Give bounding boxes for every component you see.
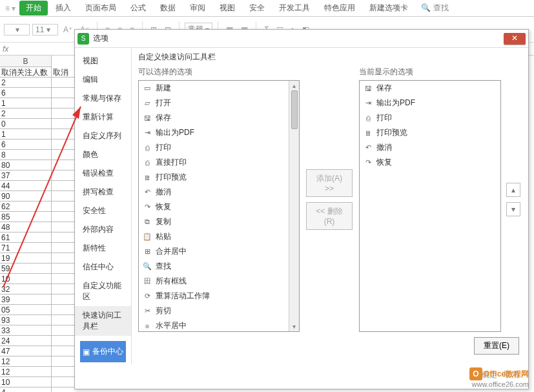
data-cell[interactable]: 47: [0, 346, 52, 356]
move-down-button[interactable]: ▾: [506, 202, 520, 216]
search-box[interactable]: 🔍 查找: [421, 3, 448, 14]
data-cell[interactable]: [52, 367, 74, 377]
list-item[interactable]: ⊞合并居中: [139, 244, 289, 259]
list-item[interactable]: ⎙打印: [139, 140, 289, 155]
list-item[interactable]: 📋粘贴: [139, 229, 289, 244]
data-cell[interactable]: 4: [0, 387, 52, 392]
data-cell[interactable]: [52, 108, 74, 119]
font-select[interactable]: ▾: [4, 24, 30, 36]
tab-view[interactable]: 视图: [213, 1, 241, 15]
sidebar-item[interactable]: 信任中心: [75, 258, 131, 276]
data-cell[interactable]: [52, 315, 74, 325]
list-item[interactable]: ⟳重算活动工作簿: [139, 289, 289, 304]
menu-icon[interactable]: ≡ ▾: [5, 4, 15, 13]
data-cell[interactable]: [52, 387, 74, 392]
sidebar-item[interactable]: 视图: [75, 52, 131, 70]
data-cell[interactable]: [52, 98, 74, 108]
sidebar-item[interactable]: 编辑: [75, 70, 131, 89]
data-cell[interactable]: [52, 181, 74, 191]
header-cell[interactable]: 取消关注人数: [0, 67, 52, 77]
data-cell[interactable]: [52, 232, 74, 243]
scroll-up-icon[interactable]: ▴: [293, 82, 296, 89]
data-cell[interactable]: [52, 119, 74, 129]
data-cell[interactable]: [52, 263, 74, 274]
sidebar-item[interactable]: 外部内容: [75, 220, 131, 239]
list-item[interactable]: ▭新建: [139, 81, 289, 96]
data-cell[interactable]: 1: [0, 129, 52, 139]
sidebar-item[interactable]: 新特性: [75, 239, 131, 258]
list-item[interactable]: 🗎打印预览: [139, 170, 289, 185]
data-cell[interactable]: [52, 294, 74, 305]
increase-font-icon[interactable]: A⁺: [61, 24, 75, 36]
data-cell[interactable]: [52, 212, 74, 222]
list-item[interactable]: 田所有框线: [139, 274, 289, 289]
tab-special[interactable]: 特色应用: [318, 1, 362, 15]
data-cell[interactable]: [52, 284, 74, 294]
tab-security[interactable]: 安全: [243, 1, 271, 15]
data-cell[interactable]: 10: [0, 377, 52, 387]
data-cell[interactable]: [52, 325, 74, 336]
sidebar-item[interactable]: 拼写检查: [75, 183, 131, 201]
data-cell[interactable]: [52, 243, 74, 253]
backup-center-button[interactable]: ▣ 备份中心: [80, 341, 126, 362]
data-cell[interactable]: [52, 356, 74, 367]
data-cell[interactable]: [52, 170, 74, 181]
data-cell[interactable]: 24: [0, 336, 52, 346]
data-cell[interactable]: 8: [0, 150, 52, 160]
scroll-thumb[interactable]: [291, 90, 298, 129]
data-cell[interactable]: 59: [0, 263, 52, 274]
remove-button[interactable]: << 删除(R): [306, 202, 353, 230]
data-cell[interactable]: [52, 222, 74, 232]
list-item[interactable]: 🖫保存: [139, 110, 289, 125]
sidebar-item[interactable]: 安全性: [75, 201, 131, 220]
col-header-b[interactable]: B: [0, 56, 52, 67]
tab-start[interactable]: 开始: [19, 1, 48, 15]
data-cell[interactable]: [52, 160, 74, 170]
data-cell[interactable]: [52, 305, 74, 315]
data-cell[interactable]: 12: [0, 367, 52, 377]
sidebar-item[interactable]: 重新计算: [75, 108, 131, 127]
data-cell[interactable]: 12: [0, 356, 52, 367]
data-cell[interactable]: 71: [0, 243, 52, 253]
tab-dev[interactable]: 开发工具: [272, 1, 316, 15]
data-cell[interactable]: 44: [0, 181, 52, 191]
fx-label[interactable]: fx: [3, 45, 8, 54]
data-cell[interactable]: 10: [0, 274, 52, 284]
tab-data[interactable]: 数据: [154, 1, 182, 15]
sidebar-item[interactable]: 颜色: [75, 145, 131, 164]
tab-new[interactable]: 新建选项卡: [363, 1, 415, 15]
available-list[interactable]: ▭新建▱打开🖫保存⇥输出为PDF⎙打印⎙直接打印🗎打印预览↶撤消↷恢复⧉复制📋粘…: [138, 80, 300, 332]
list-item[interactable]: 🔍查找: [139, 259, 289, 274]
list-item[interactable]: ≡水平居中: [139, 318, 289, 332]
data-cell[interactable]: [52, 274, 74, 284]
tab-formula[interactable]: 公式: [124, 1, 152, 15]
current-list[interactable]: 🖫保存⇥输出为PDF⎙打印🗎打印预览↶撤消↷恢复: [359, 80, 501, 332]
scroll-down-icon[interactable]: ▾: [293, 323, 296, 330]
data-cell[interactable]: 6: [0, 139, 52, 150]
header-cell[interactable]: 取消: [52, 67, 74, 77]
data-cell[interactable]: 19: [0, 253, 52, 263]
list-item[interactable]: ⇥输出为PDF: [139, 125, 289, 140]
data-cell[interactable]: [52, 191, 74, 201]
reset-button[interactable]: 重置(E): [474, 337, 519, 355]
data-cell[interactable]: 62: [0, 201, 52, 212]
data-cell[interactable]: [52, 346, 74, 356]
data-cell[interactable]: 2: [0, 77, 52, 88]
data-cell[interactable]: 05: [0, 305, 52, 315]
tab-insert[interactable]: 插入: [49, 1, 77, 15]
tab-review[interactable]: 审阅: [183, 1, 212, 15]
list-item[interactable]: ✂剪切: [139, 304, 289, 318]
data-cell[interactable]: 48: [0, 222, 52, 232]
data-cell[interactable]: 33: [0, 325, 52, 336]
data-cell[interactable]: 32: [0, 284, 52, 294]
list-item[interactable]: ⎙直接打印: [139, 155, 289, 170]
data-cell[interactable]: [52, 139, 74, 150]
data-cell[interactable]: [52, 201, 74, 212]
list-item[interactable]: ⎙打印: [360, 110, 500, 125]
sidebar-item[interactable]: 快速访问工具栏: [75, 306, 131, 336]
data-cell[interactable]: 0: [0, 119, 52, 129]
list-item[interactable]: 🖫保存: [360, 81, 500, 96]
data-cell[interactable]: [52, 253, 74, 263]
data-cell[interactable]: 90: [0, 191, 52, 201]
sidebar-item[interactable]: 常规与保存: [75, 89, 131, 108]
